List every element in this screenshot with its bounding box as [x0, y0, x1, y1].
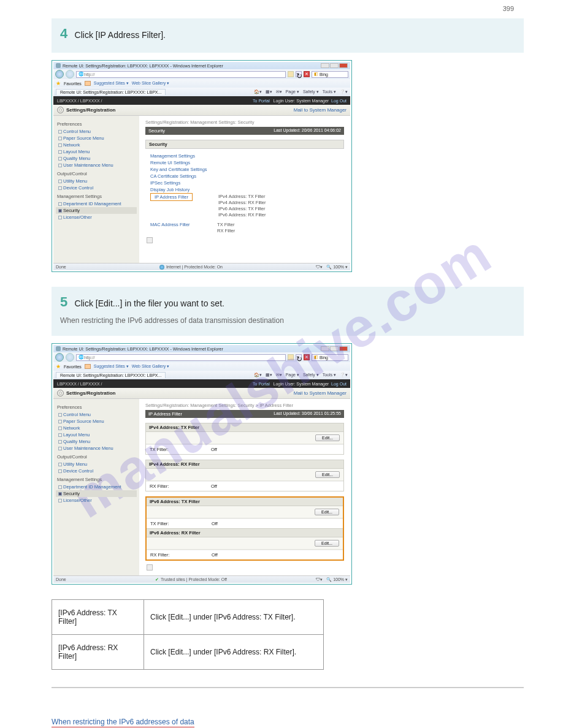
- sidebar-item-device-control[interactable]: Device Control: [56, 468, 137, 474]
- sidebar-item-quality[interactable]: Quality Menu: [56, 438, 137, 445]
- sidebar-item-security[interactable]: Security: [56, 207, 137, 214]
- link-key-cert-settings[interactable]: Key and Certificate Settings: [150, 166, 344, 173]
- search-box[interactable]: ◧Bing: [312, 354, 348, 361]
- sidebar-item-control-menu[interactable]: Control Menu: [56, 128, 137, 135]
- web-slice-gallery[interactable]: Web Slice Gallery ▾: [132, 81, 169, 86]
- forward-button[interactable]: [66, 353, 74, 362]
- address-bar[interactable]: 🌐 http://: [76, 354, 286, 361]
- breadcrumb: Settings/Registration: Management Settin…: [145, 403, 344, 408]
- link-management-settings[interactable]: Management Settings: [150, 153, 344, 159]
- browser-tab[interactable]: Remote UI: Settings/Registration: LBPXXX…: [56, 89, 166, 95]
- sidebar-item-network[interactable]: Network: [56, 425, 137, 431]
- close-button[interactable]: [339, 346, 348, 351]
- sidebar-item-security[interactable]: Security: [56, 490, 137, 497]
- star-icon[interactable]: ★: [56, 80, 61, 86]
- logout-link[interactable]: Log Out: [331, 382, 347, 386]
- sidebar-item-utility[interactable]: Utility Menu: [56, 461, 137, 468]
- status-bar: Done Internet | Protected Mode: On 🛡▾ 🔍 …: [53, 263, 350, 270]
- safety-menu[interactable]: Safety ▾: [303, 373, 319, 377]
- sidebar-item-dept-id[interactable]: Department ID Management: [56, 200, 137, 207]
- sidebar-item-license[interactable]: License/Other: [56, 214, 137, 221]
- maximize-button[interactable]: [330, 63, 339, 68]
- feeds-icon[interactable]: ▦▾: [266, 89, 272, 94]
- fav-box-icon[interactable]: [85, 364, 91, 369]
- address-bar[interactable]: 🌐 http://: [76, 71, 286, 78]
- sidebar-item-dept-id[interactable]: Department ID Management: [56, 483, 137, 490]
- to-portal-link[interactable]: To Portal: [253, 382, 270, 386]
- mail-to-manager-link[interactable]: Mail to System Manager: [294, 107, 347, 113]
- stop-button[interactable]: ✕: [304, 354, 310, 360]
- close-button[interactable]: [339, 63, 348, 68]
- sidebar-item-control-menu[interactable]: Control Menu: [56, 411, 137, 418]
- section-header: IPv4 Address: RX Filter: [146, 460, 343, 469]
- command-bar: Remote UI: Settings/Registration: LBPXXX…: [53, 88, 350, 96]
- edit-button[interactable]: Edit...: [315, 540, 339, 547]
- edit-button[interactable]: Edit...: [315, 509, 339, 515]
- step-5-heading: 5 Click [Edit...] in the filer you want …: [52, 287, 524, 336]
- edit-button[interactable]: Edit...: [315, 471, 340, 478]
- portal-bar: LBPXXXX / LBPXXXX / To Portal Login User…: [53, 96, 350, 105]
- section-header: IPv4 Address: TX Filter: [146, 423, 343, 432]
- stop-button[interactable]: ✕: [304, 71, 310, 77]
- sidebar-item-user-maintenance[interactable]: User Maintenance Menu: [56, 162, 137, 169]
- refresh-button[interactable]: ↻: [296, 354, 302, 360]
- link-ca-cert-settings[interactable]: CA Certificate Settings: [150, 173, 344, 180]
- to-portal-link[interactable]: To Portal: [253, 99, 270, 103]
- browser-tab[interactable]: Remote UI: Settings/Registration: LBPXXX…: [56, 372, 166, 378]
- safety-menu[interactable]: Safety ▾: [303, 89, 319, 94]
- maximize-button[interactable]: [330, 346, 339, 351]
- sidebar-item-device-control[interactable]: Device Control: [56, 184, 137, 191]
- status-bar: Done ✔Trusted sites | Protected Mode: Of…: [53, 575, 350, 583]
- link-remote-ui-settings[interactable]: Remote UI Settings: [150, 159, 344, 166]
- back-button[interactable]: [55, 353, 64, 362]
- step-title: Click [Edit...] in the filer you want to…: [75, 298, 224, 308]
- sidebar-item-paper-source[interactable]: Paper Source Menu: [56, 418, 137, 425]
- home-icon[interactable]: 🏠▾: [254, 373, 262, 377]
- page-menu[interactable]: Page ▾: [286, 89, 299, 94]
- page-menu[interactable]: Page ▾: [286, 373, 299, 377]
- link-ip-address-filter[interactable]: IP Address Filter: [150, 193, 193, 201]
- sidebar-item-paper-source[interactable]: Paper Source Menu: [56, 135, 137, 142]
- zoom-level[interactable]: 🔍 100% ▾: [326, 577, 348, 582]
- sidebar-item-quality[interactable]: Quality Menu: [56, 155, 137, 162]
- search-box[interactable]: ◧Bing: [312, 71, 348, 78]
- back-button[interactable]: [55, 70, 64, 78]
- link-mac-address-filter[interactable]: MAC Address Filter: [150, 221, 209, 228]
- home-icon[interactable]: 🏠▾: [254, 89, 262, 94]
- logout-link[interactable]: Log Out: [331, 99, 347, 103]
- refresh-button[interactable]: ↻: [296, 71, 302, 77]
- link-display-job-history[interactable]: Display Job History: [150, 186, 344, 193]
- feeds-icon[interactable]: ▦▾: [266, 373, 272, 377]
- web-slice-gallery[interactable]: Web Slice Gallery ▾: [132, 364, 169, 369]
- suggested-sites[interactable]: Suggested Sites ▾: [94, 364, 129, 369]
- sidebar-item-layout[interactable]: Layout Menu: [56, 148, 137, 155]
- sidebar-item-utility[interactable]: Utility Menu: [56, 178, 137, 184]
- favorites-label[interactable]: Favorites: [64, 82, 82, 86]
- sidebar-item-layout[interactable]: Layout Menu: [56, 431, 137, 438]
- tools-menu[interactable]: Tools ▾: [323, 89, 336, 94]
- tools-menu[interactable]: Tools ▾: [323, 373, 336, 377]
- help-icon[interactable]: ❔▾: [340, 89, 348, 94]
- gear-icon: [57, 107, 64, 113]
- fav-box-icon[interactable]: [85, 81, 91, 86]
- star-icon[interactable]: ★: [56, 363, 61, 370]
- help-icon[interactable]: ❔▾: [340, 373, 348, 377]
- sidebar-item-user-maintenance[interactable]: User Maintenance Menu: [56, 445, 137, 452]
- status-done: Done: [56, 265, 66, 269]
- minimize-button[interactable]: [321, 346, 329, 351]
- suggested-sites[interactable]: Suggested Sites ▾: [94, 81, 129, 86]
- mail-icon[interactable]: ✉▾: [276, 373, 282, 377]
- mail-icon[interactable]: ✉▾: [276, 89, 282, 94]
- sidebar-group-management: Management Settings: [57, 477, 137, 482]
- forward-button[interactable]: [66, 70, 74, 78]
- minimize-button[interactable]: [321, 63, 329, 68]
- footer-link[interactable]: When restricting the IPv6 addresses of d…: [52, 718, 194, 727]
- mail-to-manager-link[interactable]: Mail to System Manager: [294, 390, 347, 396]
- sidebar-item-license[interactable]: License/Other: [56, 497, 137, 504]
- edit-button[interactable]: Edit...: [315, 434, 340, 441]
- filter-key: TX Filter:: [150, 447, 211, 452]
- sidebar-item-network[interactable]: Network: [56, 142, 137, 148]
- link-ipsec-settings[interactable]: IPSec Settings: [150, 180, 344, 186]
- favorites-label[interactable]: Favorites: [64, 365, 82, 369]
- zoom-level[interactable]: 🔍 100% ▾: [326, 265, 348, 270]
